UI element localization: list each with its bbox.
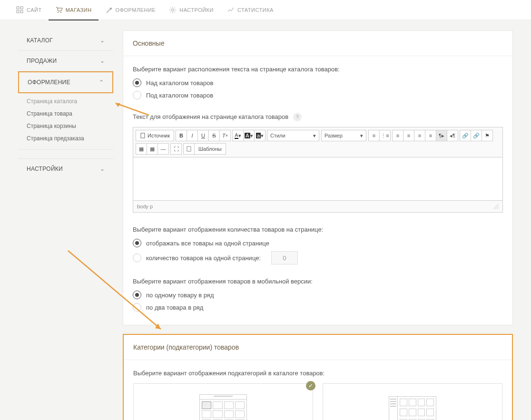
gear-icon [169, 6, 177, 14]
radio-all-items[interactable]: отображать все товары на одной странице [133, 239, 503, 247]
editor-table-button[interactable]: ▦ [136, 143, 147, 155]
editor-bold-button[interactable]: B [176, 130, 187, 141]
editor-textcolor-button[interactable]: A▾ [232, 130, 244, 141]
nav-label: СТАТИСТИКА [237, 7, 274, 13]
svg-rect-0 [17, 7, 19, 9]
editor-maximize-button[interactable]: ⛶ [170, 143, 182, 155]
chevron-up-icon: ⌃ [99, 79, 104, 86]
sidebar-head-catalog[interactable]: КАТАЛОГ ⌄ [18, 30, 113, 50]
sidebar-item-catalog-page[interactable]: Страница каталога [27, 95, 105, 107]
editor-removeformat-button[interactable]: T× [219, 130, 231, 141]
layout-preview-icon [199, 394, 247, 420]
radio-icon [133, 254, 141, 262]
svg-point-4 [58, 12, 59, 13]
editor-bullet-list-button[interactable]: ⋮≡ [379, 130, 391, 141]
sidebar-submenu: Страница каталога Страница товара Страни… [18, 93, 113, 149]
radio-icon [133, 78, 141, 87]
editor-toolbar: Источник B I U S T× A▾ [133, 127, 502, 157]
editor-style-select[interactable]: Стили▾ [267, 130, 319, 141]
editor-bgcolor-button[interactable]: A▾ [243, 130, 255, 141]
layout-options: ✓ [133, 383, 502, 420]
radio-above-catalog[interactable]: Над каталогом товаров [133, 78, 503, 87]
wand-icon [105, 6, 113, 14]
editor-strike-button[interactable]: S [208, 130, 220, 141]
editor-unlink-button[interactable]: 🔗 [471, 130, 482, 141]
radio-mobile-one[interactable]: по одному товару в ряд [133, 291, 503, 299]
editor-hr-button[interactable]: — [157, 143, 169, 155]
editor-underline-button[interactable]: U [197, 130, 209, 141]
editor-align-left-button[interactable]: ≡ [392, 130, 403, 141]
cart-icon [55, 6, 63, 14]
section-item-count: Выберите вариант отображения количества … [133, 226, 503, 264]
document-icon [140, 133, 146, 138]
editor-textarea[interactable] [133, 157, 502, 200]
field-label: Выберите вариант отображения подкатегори… [133, 370, 502, 377]
editor-rtl-button[interactable]: ◂¶ [447, 130, 458, 141]
svg-rect-7 [141, 133, 145, 138]
svg-rect-2 [17, 10, 19, 13]
nav-design[interactable]: ОФОРМЛЕНИЕ [98, 0, 163, 20]
svg-rect-3 [20, 10, 23, 13]
editor-align-center-button[interactable]: ≡ [403, 130, 414, 141]
section-text-position: Выберите вариант расположения текста на … [133, 66, 503, 99]
sidebar-item-product-page[interactable]: Страница товара [27, 107, 105, 120]
svg-rect-1 [20, 7, 23, 9]
nav-site[interactable]: САЙТ [10, 0, 49, 20]
selected-badge-icon: ✓ [306, 381, 315, 391]
layout-preview-icon [389, 396, 436, 420]
field-label: Выберите вариант расположения текста на … [133, 66, 503, 73]
chevron-down-icon: ⌄ [100, 166, 105, 172]
radio-icon [133, 239, 141, 247]
nav-stats[interactable]: СТАТИСТИКА [220, 0, 280, 20]
editor-size-select[interactable]: Размер▾ [321, 130, 366, 141]
top-navigation: САЙТ МАГАЗИН ОФОРМЛЕНИЕ НАСТРОЙКИ СТАТИС… [0, 0, 531, 20]
chevron-down-icon: ⌄ [100, 58, 105, 64]
sidebar-head-sales[interactable]: ПРОДАЖИ ⌄ [18, 51, 113, 71]
page-icon [186, 146, 192, 152]
radio-count-per-page[interactable]: количество товаров на одной странице: [133, 251, 503, 264]
panel-title: Основные [123, 31, 512, 56]
panel-main: Основные Выберите вариант расположения т… [123, 30, 513, 325]
layout-option-side-categories[interactable] [323, 383, 502, 420]
editor-italic-button[interactable]: I [187, 130, 198, 141]
editor-font-button[interactable]: a▾ [254, 130, 266, 141]
radio-below-catalog[interactable]: Под каталогом товаров [133, 91, 503, 99]
items-per-page-input[interactable] [271, 251, 298, 264]
resize-handle-icon[interactable] [493, 204, 499, 209]
svg-point-5 [60, 12, 61, 13]
radio-mobile-two[interactable]: по два товара в ряд [133, 303, 503, 312]
editor-align-right-button[interactable]: ≡ [414, 130, 425, 141]
nav-settings[interactable]: НАСТРОЙКИ [162, 0, 220, 20]
editor-numbered-list-button[interactable]: ≡ [368, 130, 380, 141]
layout-option-top-categories[interactable]: ✓ [133, 383, 313, 420]
sidebar-item-cart-page[interactable]: Страница корзины [27, 120, 105, 132]
svg-point-6 [172, 9, 174, 11]
section-mobile: Выберите вариант отображения товаров в м… [133, 278, 503, 312]
editor-newpage-button[interactable] [183, 143, 195, 155]
nav-label: ОФОРМЛЕНИЕ [116, 7, 156, 13]
editor-align-justify-button[interactable]: ≡ [425, 130, 436, 141]
sidebar-group-settings: НАСТРОЙКИ ⌄ [18, 158, 113, 179]
main-content: Основные Выберите вариант расположения т… [123, 30, 513, 420]
field-label: Текст для отображения на странице катало… [133, 113, 503, 121]
editor-templates-button[interactable]: Шаблоны [194, 143, 226, 155]
sidebar-head-settings[interactable]: НАСТРОЙКИ ⌄ [18, 159, 113, 179]
editor-path[interactable]: body p [137, 204, 153, 209]
sidebar-head-design[interactable]: ОФОРМЛЕНИЕ ⌃ [18, 71, 113, 93]
nav-label: НАСТРОЙКИ [179, 7, 214, 13]
section-catalog-text: Текст для отображения на странице катало… [133, 113, 503, 213]
field-label: Выберите вариант отображения товаров в м… [133, 278, 503, 285]
editor-status-bar: body p [133, 200, 502, 212]
editor-image-button[interactable]: ▦ [147, 143, 158, 155]
editor-anchor-button[interactable]: ⚑ [482, 130, 493, 141]
editor-source-button[interactable]: Источник [136, 130, 174, 141]
sidebar-item-preorder-page[interactable]: Страница предзаказа [27, 132, 105, 145]
sidebar-group-design: ОФОРМЛЕНИЕ ⌃ Страница каталога Страница … [18, 71, 113, 150]
nav-label: МАГАЗИН [66, 7, 92, 13]
nav-store[interactable]: МАГАЗИН [49, 0, 98, 20]
help-icon[interactable]: ? [293, 113, 302, 121]
editor-ltr-button[interactable]: ¶▸ [436, 130, 447, 141]
chevron-down-icon: ⌄ [100, 37, 105, 44]
editor-link-button[interactable]: 🔗 [460, 130, 471, 141]
rich-text-editor: Источник B I U S T× A▾ [133, 127, 503, 213]
